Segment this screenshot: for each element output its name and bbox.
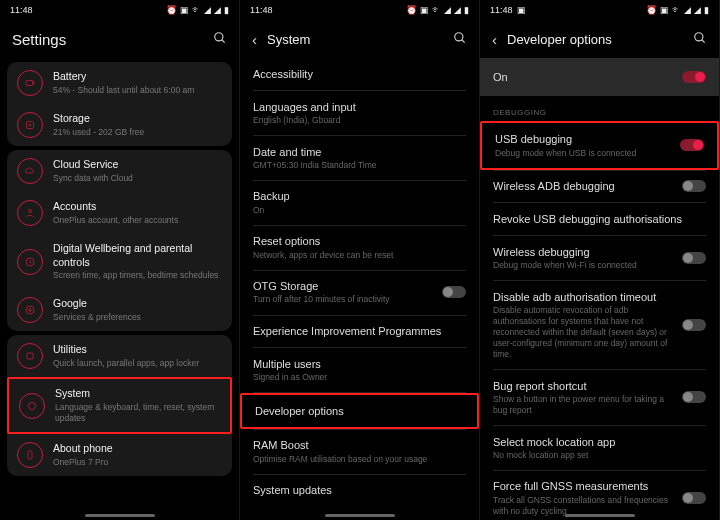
item-subtitle: OnePlus 7 Pro [53, 457, 222, 468]
item-subtitle: English (India), Gboard [253, 115, 466, 126]
developer-list[interactable]: OnDEBUGGINGUSB debuggingDebug mode when … [480, 58, 719, 520]
system-item[interactable]: OTG StorageTurn off after 10 minutes of … [240, 270, 479, 314]
util-icon [17, 343, 43, 369]
item-subtitle: Quick launch, parallel apps, app locker [53, 358, 222, 369]
item-subtitle: Signed in as Owner [253, 372, 466, 383]
system-list[interactable]: AccessibilityLanguages and inputEnglish … [240, 58, 479, 520]
dev-item[interactable]: Revoke USB debugging authorisations [480, 203, 719, 235]
system-item[interactable]: Languages and inputEnglish (India), Gboa… [240, 91, 479, 135]
search-icon[interactable] [693, 31, 707, 48]
system-item[interactable]: BackupOn [240, 180, 479, 224]
item-title: Wireless debugging [493, 245, 676, 259]
master-toggle[interactable] [682, 71, 706, 83]
status-icons: ⏰▣ᯤ◢◢▮ [646, 5, 709, 15]
dev-item[interactable]: Wireless ADB debugging [480, 170, 719, 202]
item-title: RAM Boost [253, 438, 466, 452]
system-item[interactable]: System updates [240, 474, 479, 506]
settings-item-util[interactable]: UtilitiesQuick launch, parallel apps, ap… [7, 335, 232, 377]
item-title: Bug report shortcut [493, 379, 676, 393]
item-subtitle: GMT+05:30 India Standard Time [253, 160, 466, 171]
settings-item-battery[interactable]: Battery54% - Should last until about 6:0… [7, 62, 232, 104]
settings-item-google[interactable]: GoogleServices & preferences [7, 289, 232, 331]
item-subtitle: OnePlus account, other accounts [53, 215, 222, 226]
item-title: Digital Wellbeing and parental controls [53, 242, 222, 269]
item-title: Google [53, 297, 222, 311]
settings-header: Settings [0, 20, 239, 58]
dev-item[interactable]: Select mock location appNo mock location… [480, 426, 719, 470]
toggle[interactable] [682, 391, 706, 403]
page-title: System [267, 32, 443, 47]
gesture-bar [565, 514, 635, 517]
system-item[interactable]: Date and timeGMT+05:30 India Standard Ti… [240, 136, 479, 180]
svg-point-5 [29, 124, 31, 126]
search-icon[interactable] [453, 31, 467, 48]
item-title: Force full GNSS measurements [493, 479, 676, 493]
item-subtitle: 54% - Should last until about 6:00 am [53, 85, 222, 96]
settings-item-storage[interactable]: Storage21% used - 202 GB free [7, 104, 232, 146]
dev-item[interactable]: USB debuggingDebug mode when USB is conn… [480, 121, 719, 169]
item-subtitle: Turn off after 10 minutes of inactivity [253, 294, 442, 305]
svg-rect-4 [27, 122, 34, 129]
status-icons: ⏰▣ᯤ◢◢▮ [166, 5, 229, 15]
system-icon [19, 393, 45, 419]
settings-item-cloud[interactable]: Cloud ServiceSync data with Cloud [7, 150, 232, 192]
item-subtitle: Debug mode when Wi-Fi is connected [493, 260, 676, 271]
status-time: 11:48 [490, 5, 513, 15]
item-title: Date and time [253, 145, 466, 159]
settings-item-phone[interactable]: About phoneOnePlus 7 Pro [7, 434, 232, 476]
settings-item-wellbeing[interactable]: Digital Wellbeing and parental controlsS… [7, 234, 232, 289]
item-title: System [55, 387, 220, 401]
wellbeing-icon [17, 249, 43, 275]
back-icon[interactable]: ‹ [492, 31, 497, 48]
status-bar: 11:48▣ ⏰▣ᯤ◢◢▮ [480, 0, 719, 20]
item-title: Accounts [53, 200, 222, 214]
item-subtitle: On [253, 205, 466, 216]
item-title: Backup [253, 189, 466, 203]
settings-item-system[interactable]: SystemLanguage & keyboard, time, reset, … [7, 377, 232, 434]
status-bar: 11:48 ⏰▣ᯤ◢◢▮ [240, 0, 479, 20]
settings-group: Battery54% - Should last until about 6:0… [7, 62, 232, 146]
dev-item[interactable]: Bug report shortcutShow a button in the … [480, 370, 719, 425]
settings-group: UtilitiesQuick launch, parallel apps, ap… [7, 335, 232, 476]
item-subtitle: Debug mode when USB is connected [495, 148, 674, 159]
svg-point-14 [695, 32, 703, 40]
item-subtitle: Optimise RAM utilisation based on your u… [253, 454, 466, 465]
toggle[interactable] [442, 286, 466, 298]
item-subtitle: 21% used - 202 GB free [53, 127, 222, 138]
item-title: About phone [53, 442, 222, 456]
account-icon [17, 200, 43, 226]
search-icon[interactable] [213, 31, 227, 48]
system-item[interactable]: Multiple usersSigned in as Owner [240, 348, 479, 392]
section-label: DEBUGGING [480, 100, 719, 121]
cloud-icon [17, 158, 43, 184]
item-subtitle: Language & keyboard, time, reset, system… [55, 402, 220, 424]
system-item[interactable]: Reset optionsNetwork, apps or device can… [240, 225, 479, 269]
toggle[interactable] [682, 180, 706, 192]
toggle[interactable] [680, 139, 704, 151]
settings-item-account[interactable]: AccountsOnePlus account, other accounts [7, 192, 232, 234]
item-title: Languages and input [253, 100, 466, 114]
dev-item[interactable]: Disable adb authorisation timeoutDisable… [480, 281, 719, 370]
system-item[interactable]: Accessibility [240, 58, 479, 90]
system-item[interactable]: Experience Improvement Programmes [240, 315, 479, 347]
item-title: Revoke USB debugging authorisations [493, 212, 706, 226]
system-item[interactable]: RAM BoostOptimise RAM utilisation based … [240, 429, 479, 473]
item-title: Select mock location app [493, 435, 706, 449]
back-icon[interactable]: ‹ [252, 31, 257, 48]
dev-item[interactable]: Wireless debuggingDebug mode when Wi-Fi … [480, 236, 719, 280]
system-item[interactable]: Developer options [240, 393, 479, 429]
google-icon [17, 297, 43, 323]
master-toggle-row[interactable]: On [480, 58, 719, 96]
toggle[interactable] [682, 252, 706, 264]
toggle[interactable] [682, 319, 706, 331]
item-title: Battery [53, 70, 222, 84]
settings-list[interactable]: Battery54% - Should last until about 6:0… [0, 58, 239, 520]
system-pane: 11:48 ⏰▣ᯤ◢◢▮ ‹ System AccessibilityLangu… [240, 0, 480, 520]
toggle[interactable] [682, 492, 706, 504]
item-subtitle: Disable automatic revocation of adb auth… [493, 305, 676, 360]
status-bar: 11:48 ⏰▣ᯤ◢◢▮ [0, 0, 239, 20]
item-title: OTG Storage [253, 279, 442, 293]
item-title: Wireless ADB debugging [493, 179, 676, 193]
dev-item[interactable]: Force full GNSS measurementsTrack all GN… [480, 470, 719, 520]
settings-pane: 11:48 ⏰▣ᯤ◢◢▮ Settings Battery54% - Shoul… [0, 0, 240, 520]
